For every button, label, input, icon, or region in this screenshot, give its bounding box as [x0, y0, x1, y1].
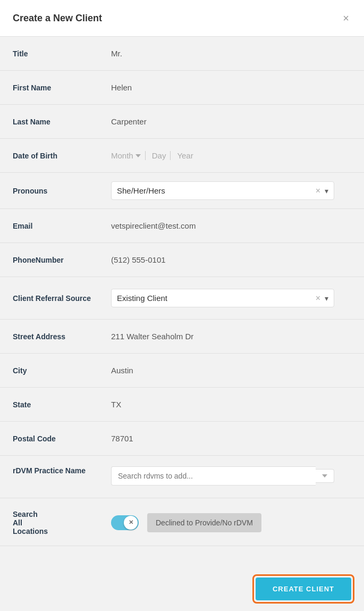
- chevron-down-icon: [136, 154, 141, 157]
- declined-button[interactable]: Declined to Provide/No rDVM: [147, 513, 261, 532]
- referral-select-icons: × ▾: [316, 294, 328, 303]
- rdvm-label: rDVM Practice Name: [13, 466, 111, 475]
- search-all-line2: All: [13, 518, 111, 527]
- dob-month-placeholder: Month: [111, 151, 133, 160]
- search-all-toggle[interactable]: ✕: [111, 515, 139, 530]
- referral-label: Client Referral Source: [13, 294, 111, 303]
- phone-row: PhoneNumber (512) 555-0101: [0, 243, 364, 277]
- state-value: TX: [111, 400, 351, 409]
- phone-label: PhoneNumber: [13, 256, 111, 264]
- referral-selected-value: Existing Client: [117, 294, 167, 303]
- referral-select[interactable]: Existing Client × ▾: [111, 289, 334, 307]
- pronouns-selected-value: She/Her/Hers: [117, 186, 165, 195]
- rdvm-search-container: [111, 466, 334, 486]
- first-name-label: First Name: [13, 83, 111, 92]
- search-all-controls: ✕ Declined to Provide/No rDVM: [111, 513, 351, 532]
- pronouns-dropdown-icon[interactable]: ▾: [325, 187, 328, 195]
- create-client-button[interactable]: CREATE CLIENT: [256, 577, 351, 600]
- dob-value: Month Day Year: [111, 151, 351, 160]
- dob-year-input[interactable]: Year: [170, 151, 197, 160]
- rdvm-dropdown-button[interactable]: [316, 469, 334, 483]
- rdvm-row: rDVM Practice Name: [0, 456, 364, 498]
- modal-body: Title Mr. First Name Helen Last Name Car…: [0, 37, 364, 567]
- phone-value: (512) 555-0101: [111, 255, 351, 264]
- city-row: City Austin: [0, 354, 364, 388]
- modal-footer: CREATE CLIENT: [0, 567, 364, 611]
- pronouns-select[interactable]: She/Her/Hers × ▾: [111, 181, 334, 200]
- last-name-value: Carpenter: [111, 117, 351, 126]
- pronouns-select-icons: × ▾: [316, 187, 328, 195]
- toggle-container: ✕ Declined to Provide/No rDVM: [111, 513, 351, 532]
- dob-container: Month Day Year: [111, 151, 351, 160]
- referral-dropdown-icon[interactable]: ▾: [325, 294, 328, 303]
- modal-header: Create a New Client ×: [0, 0, 364, 37]
- referral-clear-icon[interactable]: ×: [316, 294, 320, 303]
- search-all-locations-row: Search All Locations ✕ Declined to Provi…: [0, 498, 364, 546]
- first-name-value: Helen: [111, 83, 351, 92]
- last-name-row: Last Name Carpenter: [0, 105, 364, 139]
- street-address-row: Street Address 211 Walter Seaholm Dr: [0, 320, 364, 354]
- rdvm-search-input[interactable]: [111, 466, 316, 486]
- city-value: Austin: [111, 366, 351, 375]
- street-address-value: 211 Walter Seaholm Dr: [111, 332, 351, 341]
- title-row: Title Mr.: [0, 37, 364, 71]
- pronouns-row: Pronouns She/Her/Hers × ▾: [0, 173, 364, 209]
- state-label: State: [13, 400, 111, 409]
- email-label: Email: [13, 222, 111, 230]
- title-value: Mr.: [111, 49, 351, 58]
- last-name-label: Last Name: [13, 118, 111, 126]
- dob-row: Date of Birth Month Day Year: [0, 139, 364, 173]
- close-button[interactable]: ×: [341, 11, 351, 26]
- toggle-knob: ✕: [124, 516, 138, 530]
- modal-title: Create a New Client: [13, 13, 102, 24]
- rdvm-value: [111, 466, 351, 486]
- search-all-line1: Search: [13, 510, 111, 518]
- postal-code-label: Postal Code: [13, 434, 111, 443]
- pronouns-clear-icon[interactable]: ×: [316, 187, 320, 195]
- pronouns-label: Pronouns: [13, 187, 111, 195]
- dob-label: Date of Birth: [13, 152, 111, 160]
- state-row: State TX: [0, 388, 364, 422]
- pronouns-value: She/Her/Hers × ▾: [111, 181, 351, 200]
- postal-code-row: Postal Code 78701: [0, 422, 364, 456]
- email-row: Email vetspireclient@test.com: [0, 209, 364, 243]
- referral-row: Client Referral Source Existing Client ×…: [0, 277, 364, 320]
- toggle-x-icon: ✕: [129, 519, 133, 526]
- dob-day-input[interactable]: Day: [145, 151, 166, 160]
- referral-value: Existing Client × ▾: [111, 289, 351, 307]
- postal-code-value: 78701: [111, 434, 351, 443]
- street-address-label: Street Address: [13, 332, 111, 341]
- search-all-locations-label: Search All Locations: [13, 510, 111, 535]
- dob-month-select[interactable]: Month: [111, 151, 141, 160]
- create-button-wrapper: CREATE CLIENT: [256, 577, 351, 600]
- modal-container: Create a New Client × Title Mr. First Na…: [0, 0, 364, 611]
- first-name-row: First Name Helen: [0, 71, 364, 105]
- title-label: Title: [13, 49, 111, 58]
- search-all-line3: Locations: [13, 527, 111, 535]
- chevron-down-icon: [322, 474, 327, 478]
- city-label: City: [13, 366, 111, 375]
- email-value: vetspireclient@test.com: [111, 221, 351, 230]
